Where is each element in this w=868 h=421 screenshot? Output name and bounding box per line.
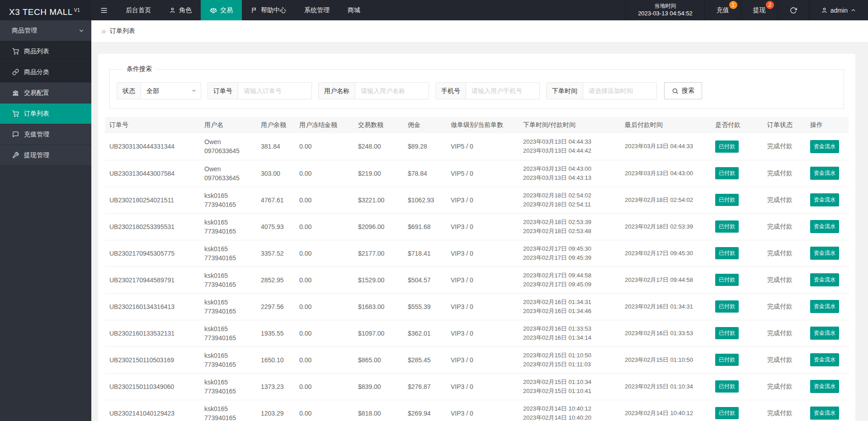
actions: 资金流水 (806, 320, 849, 346)
balance: 3357.52 (256, 240, 295, 267)
order-status: 完成付款 (763, 160, 806, 187)
order-status: 完成付款 (763, 267, 806, 293)
actions: 资金流水 (806, 267, 849, 293)
nav-item-label: 商城 (348, 6, 360, 14)
table-row: UB2303130444331344Owen0970633645381.840.… (105, 133, 849, 160)
breadcrumb: » 订单列表 (91, 20, 868, 42)
nav-item-1[interactable]: 角色 (160, 0, 201, 20)
order-pay-time: 2023年02月17日 09:45:302023年02月17日 09:45:39 (519, 240, 620, 267)
fund-flow-button[interactable]: 资金流水 (810, 140, 839, 153)
nav-item-label: 系统管理 (304, 6, 330, 14)
fund-flow-button[interactable]: 资金流水 (810, 407, 839, 420)
user-menu[interactable]: admin (809, 0, 868, 20)
recharge-button[interactable]: 充值 1 (704, 0, 741, 20)
last-pay-time: 2023年02月17日 09:44:58 (620, 267, 711, 293)
user: ksk0165773940165 (200, 320, 256, 346)
sidebar-item-4[interactable]: 订单列表 (0, 103, 91, 124)
app-logo-text: X3 TECH MALL (9, 7, 73, 17)
fund-flow-button[interactable]: 资金流水 (810, 353, 839, 366)
sidebar-item-0[interactable]: 商品管理 (0, 20, 91, 41)
paid-status: 已付款 (711, 133, 763, 160)
table-row: UB2302170945305775ksk01657739401653357.5… (105, 240, 849, 267)
phone-input[interactable] (466, 83, 539, 99)
user: Owen0970633645 (200, 133, 256, 160)
order-no-input[interactable] (238, 83, 311, 99)
sidebar-item-2[interactable]: 商品分类 (0, 62, 91, 83)
frozen-amount: 0.00 (295, 373, 354, 400)
commission: $269.94 (403, 400, 446, 421)
user: ksk0165773940165 (200, 240, 256, 267)
balance: 1935.55 (256, 320, 295, 346)
fund-flow-button[interactable]: 资金流水 (810, 273, 839, 286)
column-header-9: 是否付款 (711, 117, 763, 133)
order-pay-time: 2023年03月13日 04:43:002023年03月13日 04:43:13 (519, 160, 620, 187)
header-right: 当地时间 2023-03-13 04:54:52 充值 1 提现 2 admin (626, 0, 868, 20)
paid-badge: 已付款 (715, 407, 739, 419)
paid-status: 已付款 (711, 267, 763, 293)
chevron-up-icon (850, 7, 856, 13)
trade-amount: $219.00 (354, 160, 403, 187)
frozen-amount: 0.00 (295, 400, 354, 421)
menu-toggle-icon[interactable] (91, 0, 117, 20)
level: VIP3 / 0 (446, 320, 519, 346)
order-time-input[interactable] (583, 83, 656, 99)
commission: $691.68 (403, 213, 446, 240)
status-select[interactable]: 全部 (141, 83, 201, 99)
actions: 资金流水 (806, 160, 849, 187)
paid-badge: 已付款 (715, 327, 739, 339)
order-status: 完成付款 (763, 373, 806, 400)
fund-flow-button[interactable]: 资金流水 (810, 167, 839, 180)
user-name-input[interactable] (355, 83, 429, 99)
order-time-filter: 下单时间 (546, 82, 657, 99)
order-pay-time: 2023年02月18日 02:53:392023年02月18日 02:53:48 (519, 213, 620, 240)
bank-icon (12, 89, 19, 96)
paid-badge: 已付款 (715, 247, 739, 259)
sidebar-item-1[interactable]: 商品列表 (0, 41, 91, 62)
sidebar-item-3[interactable]: 交易配置 (0, 83, 91, 103)
level: VIP3 / 0 (446, 373, 519, 400)
local-time: 当地时间 2023-03-13 04:54:52 (626, 0, 704, 20)
nav-item-2[interactable]: 交易 (201, 0, 242, 20)
order-no: UB2303130444331344 (105, 133, 200, 160)
order-no: UB2302150110503169 (105, 346, 200, 373)
sidebar-item-5[interactable]: 充值管理 (0, 124, 91, 145)
sidebar-item-6[interactable]: 提现管理 (0, 145, 91, 166)
fund-flow-button[interactable]: 资金流水 (810, 220, 839, 233)
user: ksk0165773940165 (200, 373, 256, 400)
user: ksk0165773940165 (200, 187, 256, 213)
chevron-down-icon (78, 28, 85, 34)
paid-status: 已付款 (711, 400, 763, 421)
fund-flow-button[interactable]: 资金流水 (810, 327, 839, 340)
order-no: UB2302180253395531 (105, 213, 200, 240)
table-header-row: 订单号用户名用户余额用户冻结金额交易数额佣金做单级别/当前单数下单时间/付款时间… (105, 117, 849, 133)
content-card: 条件搜索 状态 全部 订单号 用户名称 (98, 54, 855, 421)
nav-item-label: 角色 (179, 6, 192, 14)
trade-amount: $1529.00 (354, 267, 403, 293)
order-status: 完成付款 (763, 400, 806, 421)
nav-item-5[interactable]: 商城 (339, 0, 369, 20)
cart-icon (12, 48, 19, 55)
withdraw-button[interactable]: 提现 2 (741, 0, 778, 20)
order-pay-time: 2023年02月15日 01:10:502023年02月15日 01:11:03 (519, 346, 620, 373)
nav-item-3[interactable]: 帮助中心 (242, 0, 295, 20)
order-status: 完成付款 (763, 320, 806, 346)
user: ksk0165773940165 (200, 267, 256, 293)
refresh-button[interactable] (778, 0, 809, 20)
frozen-amount: 0.00 (295, 160, 354, 187)
fund-flow-button[interactable]: 资金流水 (810, 193, 839, 206)
last-pay-time: 2023年02月18日 02:53:39 (620, 213, 711, 240)
fund-flow-button[interactable]: 资金流水 (810, 300, 839, 313)
fund-flow-button[interactable]: 资金流水 (810, 380, 839, 393)
order-no-filter: 订单号 (208, 82, 312, 99)
paid-badge: 已付款 (715, 220, 739, 233)
search-button[interactable]: 搜索 (664, 82, 702, 99)
commission: $1062.93 (403, 187, 446, 213)
paid-badge: 已付款 (715, 354, 739, 366)
nav-item-4[interactable]: 系统管理 (295, 0, 339, 20)
frozen-amount: 0.00 (295, 320, 354, 346)
column-header-4: 交易数额 (354, 117, 403, 133)
nav-item-0[interactable]: 后台首页 (117, 0, 160, 20)
top-nav: 后台首页角色交易帮助中心系统管理商城 (117, 0, 369, 20)
fund-flow-button[interactable]: 资金流水 (810, 247, 839, 260)
table-row: UB2302150110503169ksk01657739401651650.1… (105, 346, 849, 373)
